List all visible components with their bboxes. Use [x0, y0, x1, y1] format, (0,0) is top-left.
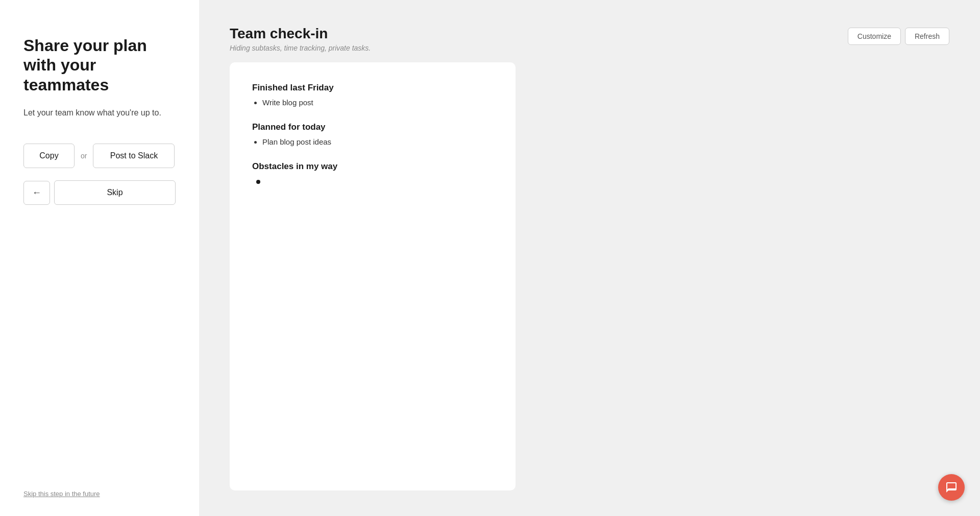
section1-title: Finished last Friday: [252, 83, 493, 93]
checkin-card: Finished last Friday Write blog post Pla…: [230, 62, 516, 490]
list-item: Write blog post: [262, 98, 493, 107]
checkin-subtitle: Hiding subtasks, time tracking, private …: [230, 44, 371, 52]
section2-title: Planned for today: [252, 122, 493, 132]
arrow-left-icon: ←: [32, 187, 41, 198]
skip-button[interactable]: Skip: [54, 180, 176, 205]
action-row: Copy or Post to Slack: [23, 144, 176, 168]
section2-list: Plan blog post ideas: [252, 137, 493, 146]
customize-button[interactable]: Customize: [848, 28, 901, 45]
page-title: Share your plan with your teammates: [23, 36, 176, 95]
or-label: or: [81, 152, 87, 160]
post-to-slack-button[interactable]: Post to Slack: [93, 144, 175, 168]
left-panel: Share your plan with your teammates Let …: [0, 0, 199, 516]
checkin-title-group: Team check-in Hiding subtasks, time trac…: [230, 26, 371, 52]
header-buttons: Customize Refresh: [848, 28, 949, 45]
back-button[interactable]: ←: [23, 181, 50, 205]
checkin-title: Team check-in: [230, 26, 371, 42]
list-item: Plan blog post ideas: [262, 137, 493, 146]
bullet-icon: [256, 180, 260, 184]
section3-title: Obstacles in my way: [252, 161, 493, 172]
right-panel: Team check-in Hiding subtasks, time trac…: [199, 0, 980, 516]
skip-future-link[interactable]: Skip this step in the future: [23, 490, 100, 498]
chat-button[interactable]: [938, 474, 965, 501]
page-description: Let your team know what you're up to.: [23, 107, 176, 119]
checkin-header: Team check-in Hiding subtasks, time trac…: [230, 26, 949, 52]
section3-list: [252, 177, 493, 184]
section1-list: Write blog post: [252, 98, 493, 107]
nav-row: ← Skip: [23, 180, 176, 205]
refresh-button[interactable]: Refresh: [905, 28, 949, 45]
copy-button[interactable]: Copy: [23, 144, 75, 168]
chat-icon: [945, 481, 958, 494]
